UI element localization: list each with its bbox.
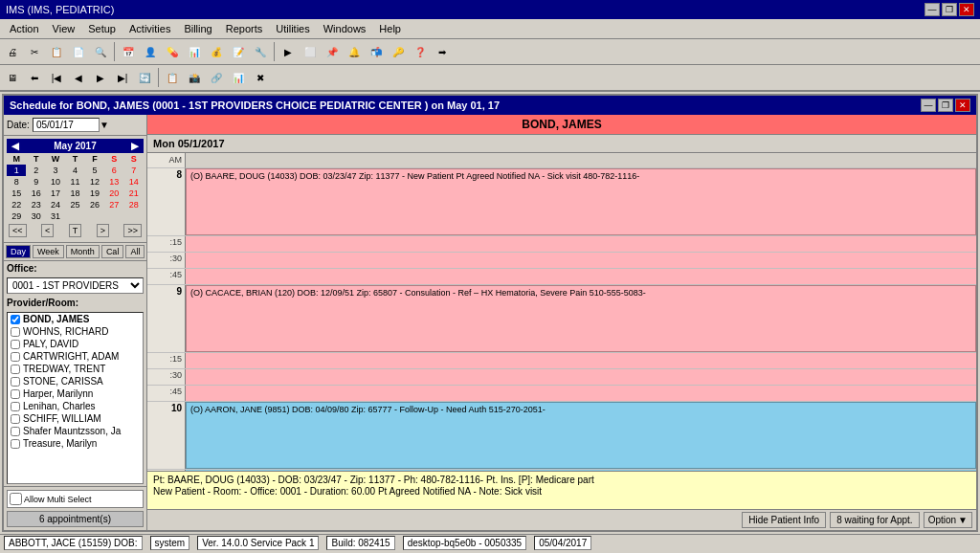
- time-8-15-slot[interactable]: [186, 236, 976, 252]
- cal-day-3[interactable]: 3: [46, 165, 65, 176]
- schedule-close[interactable]: ✕: [955, 99, 970, 112]
- toolbar2-btn-12[interactable]: ✖: [250, 67, 271, 88]
- time-9-30-slot[interactable]: [186, 369, 976, 385]
- cal-day-31[interactable]: 31: [46, 210, 65, 222]
- cal-prev[interactable]: ◀: [9, 141, 22, 151]
- menu-utilities[interactable]: Utilities: [270, 21, 315, 36]
- cal-day-11[interactable]: 11: [65, 176, 84, 188]
- appt-8-00[interactable]: (O) BAARE, DOUG (14033) DOB: 03/23/47 Zi…: [186, 168, 976, 235]
- toolbar2-btn-8[interactable]: 📋: [162, 67, 183, 88]
- cal-prev-btn[interactable]: <<: [9, 224, 27, 237]
- provider-tredway[interactable]: TREDWAY, TRENT: [8, 363, 143, 375]
- menu-reports[interactable]: Reports: [220, 21, 269, 36]
- minimize-button[interactable]: —: [924, 3, 940, 16]
- provider-tredway-checkbox[interactable]: [11, 365, 20, 374]
- toolbar2-btn-11[interactable]: 📊: [228, 67, 249, 88]
- provider-bond[interactable]: BOND, JAMES: [8, 313, 143, 325]
- view-month[interactable]: Month: [66, 245, 100, 258]
- cal-next-week[interactable]: >: [97, 224, 109, 237]
- provider-wohns[interactable]: WOHNS, RICHARD: [8, 325, 143, 338]
- toolbar-btn-2[interactable]: ✂: [24, 41, 45, 62]
- toolbar2-btn-9[interactable]: 📸: [184, 67, 205, 88]
- view-all[interactable]: All: [125, 245, 145, 258]
- provider-schiff-checkbox[interactable]: [11, 414, 20, 424]
- time-10-15-slot[interactable]: [186, 470, 976, 471]
- allow-multi-select[interactable]: Allow Multi Select: [7, 490, 144, 508]
- menu-setup[interactable]: Setup: [82, 21, 122, 36]
- cal-day-17[interactable]: 17: [46, 188, 65, 199]
- cal-day-12[interactable]: 12: [85, 176, 104, 188]
- menu-windows[interactable]: Windows: [318, 21, 372, 36]
- cal-day-25[interactable]: 25: [65, 199, 84, 210]
- schedule-minimize[interactable]: —: [921, 99, 936, 112]
- toolbar-btn-15[interactable]: 📌: [322, 41, 343, 62]
- provider-lenihan[interactable]: Lenihan, Charles: [8, 400, 143, 412]
- maximize-button[interactable]: ❐: [942, 3, 957, 16]
- toolbar-btn-19[interactable]: ❓: [410, 41, 431, 62]
- toolbar-btn-3[interactable]: 📋: [46, 41, 67, 62]
- cal-next[interactable]: ▶: [128, 141, 142, 151]
- view-cal[interactable]: Cal: [101, 245, 124, 258]
- provider-harper[interactable]: Harper, Marilynn: [8, 387, 143, 400]
- toolbar2-btn-10[interactable]: 🔗: [206, 67, 227, 88]
- cal-day-27[interactable]: 27: [104, 199, 123, 210]
- date-input[interactable]: [33, 118, 100, 132]
- provider-treasure[interactable]: Treasure, Marilyn: [8, 437, 143, 450]
- cal-day-8[interactable]: 8: [7, 176, 26, 188]
- appt-count[interactable]: 6 appointment(s): [7, 511, 144, 527]
- time-9-45-slot[interactable]: [186, 386, 976, 401]
- provider-wohns-checkbox[interactable]: [11, 327, 20, 337]
- provider-treasure-checkbox[interactable]: [11, 439, 20, 449]
- cal-prev-week[interactable]: <: [41, 224, 54, 237]
- cal-day-23[interactable]: 23: [26, 199, 45, 210]
- menu-view[interactable]: View: [47, 21, 81, 36]
- close-button[interactable]: ✕: [959, 3, 974, 16]
- toolbar-btn-17[interactable]: 📬: [366, 41, 387, 62]
- cal-today-btn[interactable]: T: [69, 224, 82, 237]
- toolbar-btn-4[interactable]: 📄: [68, 41, 89, 62]
- cal-day-13[interactable]: 13: [104, 176, 123, 188]
- toolbar-btn-18[interactable]: 🔑: [388, 41, 409, 62]
- appt-9-00[interactable]: (O) CACACE, BRIAN (120) DOB: 12/09/51 Zi…: [186, 285, 976, 352]
- cal-day-22[interactable]: 22: [7, 199, 26, 210]
- cal-day-7[interactable]: 7: [124, 165, 144, 176]
- toolbar-btn-12[interactable]: 🔧: [250, 41, 271, 62]
- toolbar-btn-16[interactable]: 🔔: [344, 41, 365, 62]
- cal-next-btn[interactable]: >>: [123, 224, 142, 237]
- time-9-15-slot[interactable]: [186, 353, 976, 368]
- provider-shafer-checkbox[interactable]: [11, 427, 20, 436]
- schedule-scroll[interactable]: AM 8 (O) BAARE, DOUG (14033) DOB: 03/23/…: [147, 153, 976, 471]
- provider-shafer[interactable]: Shafer Mauntzsson, Ja: [8, 425, 143, 437]
- appt-10-00[interactable]: (O) AARON, JANE (9851) DOB: 04/09/80 Zip…: [186, 402, 976, 469]
- cal-day-28[interactable]: 28: [124, 199, 144, 210]
- cal-day-30[interactable]: 30: [26, 210, 45, 222]
- cal-day-18[interactable]: 18: [65, 188, 84, 199]
- toolbar2-btn-6[interactable]: ▶|: [112, 67, 133, 88]
- provider-harper-checkbox[interactable]: [11, 389, 20, 399]
- provider-cartwright-checkbox[interactable]: [11, 352, 20, 362]
- time-8-45-slot[interactable]: [186, 269, 976, 284]
- toolbar2-btn-2[interactable]: ⬅: [24, 67, 45, 88]
- provider-schiff[interactable]: SCHIFF, WILLIAM: [8, 412, 143, 425]
- toolbar-btn-11[interactable]: 📝: [228, 41, 249, 62]
- toolbar-btn-13[interactable]: ▶: [278, 41, 299, 62]
- cal-day-14[interactable]: 14: [124, 176, 144, 188]
- toolbar2-btn-3[interactable]: |◀: [46, 67, 67, 88]
- cal-day-10[interactable]: 10: [46, 176, 65, 188]
- provider-bond-checkbox[interactable]: [11, 315, 20, 324]
- toolbar-btn-5[interactable]: 🔍: [90, 41, 111, 62]
- cal-day-16[interactable]: 16: [26, 188, 45, 199]
- toolbar-btn-9[interactable]: 📊: [184, 41, 205, 62]
- cal-day-4[interactable]: 4: [65, 165, 84, 176]
- provider-paly[interactable]: PALY, DAVID: [8, 338, 143, 350]
- cal-day-26[interactable]: 26: [85, 199, 104, 210]
- toolbar2-btn-1[interactable]: 🖥: [2, 67, 23, 88]
- menu-activities[interactable]: Activities: [123, 21, 176, 36]
- cal-day-20[interactable]: 20: [104, 188, 123, 199]
- menu-help[interactable]: Help: [373, 21, 407, 36]
- toolbar-btn-6[interactable]: 📅: [118, 41, 139, 62]
- provider-stone[interactable]: STONE, CARISSA: [8, 375, 143, 387]
- provider-cartwright[interactable]: CARTWRIGHT, ADAM: [8, 350, 143, 363]
- provider-stone-checkbox[interactable]: [11, 377, 20, 387]
- hide-patient-btn[interactable]: Hide Patient Info: [742, 512, 826, 528]
